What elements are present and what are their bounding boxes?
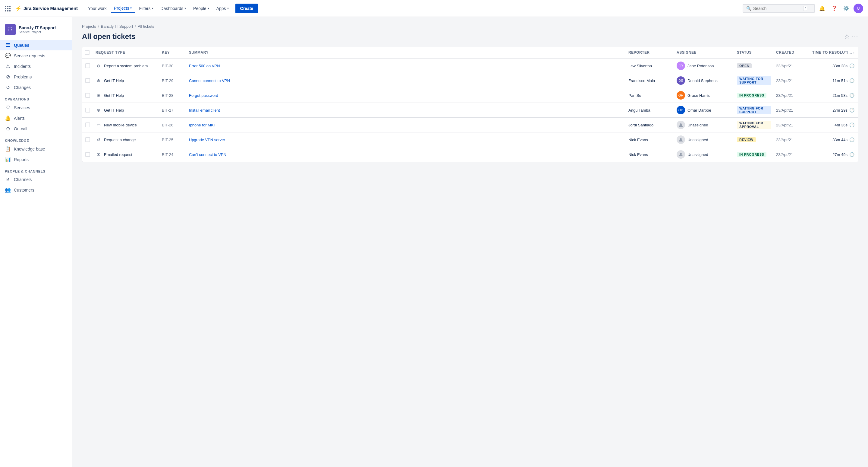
summary-cell[interactable]: Forgot password xyxy=(187,93,626,98)
summary-link[interactable]: Forgot password xyxy=(189,93,218,98)
sidebar-item-knowledge-base[interactable]: 📋 Knowledge base xyxy=(0,144,72,154)
summary-cell[interactable]: Error 500 on VPN xyxy=(187,64,626,68)
table-row[interactable]: ✉ Emailed request BIT-24 Can't connect t… xyxy=(82,147,858,162)
row-checkbox[interactable] xyxy=(85,152,90,157)
page-title-row: All open tickets ☆ ··· xyxy=(82,32,858,41)
app-switcher-button[interactable] xyxy=(5,6,10,11)
summary-cell[interactable]: Can't connect to VPN xyxy=(187,152,626,157)
sidebar-item-customers[interactable]: 👥 Customers xyxy=(0,185,72,195)
reporter-cell: Jordi Santiago xyxy=(626,123,674,127)
sidebar-item-incidents[interactable]: ⚠ Incidents xyxy=(0,61,72,71)
clock-icon: 🕐 xyxy=(849,108,855,113)
more-options-button[interactable]: ··· xyxy=(852,33,858,40)
time-cell: 33m 28s 🕐 xyxy=(810,63,858,68)
operations-section-label: OPERATIONS xyxy=(0,93,72,102)
header-summary: Summary xyxy=(187,50,626,55)
table-row[interactable]: ⊕ Get IT Help BIT-29 Cannot connect to V… xyxy=(82,73,858,88)
sidebar-label-knowledge-base: Knowledge base xyxy=(14,147,45,151)
nav-dashboards[interactable]: Dashboards ▾ xyxy=(158,4,189,13)
row-checkbox[interactable] xyxy=(85,78,90,83)
status-cell: WAITING FOR APPROVAL xyxy=(735,121,774,129)
nav-apps[interactable]: Apps ▾ xyxy=(213,4,232,13)
assignee-name: Omar Darboe xyxy=(687,108,711,113)
table-row[interactable]: ↺ Request a change BIT-25 Upgrade VPN se… xyxy=(82,133,858,147)
key-cell: BIT-30 xyxy=(159,64,187,68)
created-cell: 23/Apr/21 xyxy=(774,138,810,142)
row-checkbox[interactable] xyxy=(85,108,90,113)
row-checkbox[interactable] xyxy=(85,63,90,68)
notifications-button[interactable]: 🔔 xyxy=(817,4,827,13)
select-all-checkbox[interactable] xyxy=(85,50,90,55)
sidebar-item-changes[interactable]: ↺ Changes xyxy=(0,82,72,93)
row-checkbox[interactable] xyxy=(85,93,90,98)
reporter-cell: Nick Evans xyxy=(626,138,674,142)
chevron-down-icon: ▾ xyxy=(227,7,229,10)
summary-cell[interactable]: Install email client xyxy=(187,108,626,113)
reporter-cell: Angu Tamba xyxy=(626,108,674,113)
nav-your-work[interactable]: Your work xyxy=(85,4,110,13)
table-body: ⊙ Report a system problem BIT-30 Error 5… xyxy=(82,59,858,162)
request-type-cell: ⊕ Get IT Help xyxy=(93,92,159,98)
header-checkbox xyxy=(82,50,93,55)
breadcrumb-project-name[interactable]: Banc.ly IT Support xyxy=(101,24,133,29)
summary-link[interactable]: Install email client xyxy=(189,108,220,113)
breadcrumb-separator: / xyxy=(135,24,136,29)
nav-people[interactable]: People ▾ xyxy=(190,4,212,13)
clock-icon: 🕐 xyxy=(849,63,855,68)
created-cell: 23/Apr/21 xyxy=(774,79,810,83)
reporter-cell: Nick Evans xyxy=(626,152,674,157)
settings-button[interactable]: ⚙️ xyxy=(841,4,851,13)
status-cell: IN PROGRESS xyxy=(735,152,774,157)
status-badge: WAITING FOR APPROVAL xyxy=(737,121,771,129)
alerts-icon: 🔔 xyxy=(5,115,11,121)
table-row[interactable]: ⊕ Get IT Help BIT-28 Forgot password Pan… xyxy=(82,88,858,103)
sidebar-item-service-requests[interactable]: 💬 Service requests xyxy=(0,50,72,61)
search-box[interactable]: 🔍 / xyxy=(743,4,815,13)
request-type-cell: ↺ Request a change xyxy=(93,137,159,143)
row-checkbox[interactable] xyxy=(85,122,90,127)
time-cell: 11m 51s 🕐 xyxy=(810,78,858,83)
assignee-cell: Unassigned xyxy=(674,136,735,144)
sidebar-item-queues[interactable]: ☰ Queues xyxy=(0,40,72,50)
assignee-cell: GH Grace Harris xyxy=(674,91,735,99)
assignee-avatar: GH xyxy=(677,91,685,99)
table-row[interactable]: ⊙ Report a system problem BIT-30 Error 5… xyxy=(82,59,858,73)
page-title: All open tickets xyxy=(82,32,135,41)
table-row[interactable]: ⊕ Get IT Help BIT-27 Install email clien… xyxy=(82,103,858,118)
breadcrumb-projects[interactable]: Projects xyxy=(82,24,96,29)
nav-projects[interactable]: Projects ▾ xyxy=(111,4,135,13)
sidebar-item-oncall[interactable]: ⊙ On-call xyxy=(0,123,72,134)
status-cell: REVIEW xyxy=(735,137,774,142)
nav-filters[interactable]: Filters ▾ xyxy=(136,4,156,13)
sidebar-item-channels[interactable]: 🖥 Channels xyxy=(0,174,72,185)
clock-icon: 🕐 xyxy=(849,122,855,127)
summary-link[interactable]: Cannot connect to VPN xyxy=(189,79,230,83)
breadcrumb-current: All tickets xyxy=(138,24,154,29)
sidebar-label-channels: Channels xyxy=(14,177,32,182)
help-button[interactable]: ❓ xyxy=(830,4,839,13)
summary-link[interactable]: Can't connect to VPN xyxy=(189,152,226,157)
header-status: Status xyxy=(735,50,774,55)
summary-cell[interactable]: Upgrade VPN server xyxy=(187,138,626,142)
sidebar-item-alerts[interactable]: 🔔 Alerts xyxy=(0,113,72,123)
sidebar-item-services[interactable]: ♡ Services xyxy=(0,102,72,113)
key-cell: BIT-25 xyxy=(159,138,187,142)
user-avatar[interactable]: U xyxy=(854,4,863,13)
header-request-type: Request Type xyxy=(93,50,159,55)
sidebar-item-problems[interactable]: ⊘ Problems xyxy=(0,71,72,82)
row-checkbox[interactable] xyxy=(85,137,90,142)
search-input[interactable] xyxy=(753,6,801,11)
summary-link[interactable]: Error 500 on VPN xyxy=(189,64,220,68)
time-cell: 27m 29s 🕐 xyxy=(810,108,858,113)
create-button[interactable]: Create xyxy=(236,4,258,13)
table-row[interactable]: ▭ New mobile device BIT-26 Iphone for MK… xyxy=(82,118,858,133)
star-button[interactable]: ☆ xyxy=(844,33,849,40)
header-time-to-resolution[interactable]: Time to resoluti... ↑ xyxy=(810,50,858,55)
summary-link[interactable]: Iphone for MKT xyxy=(189,123,216,127)
sidebar-item-reports[interactable]: 📊 Reports xyxy=(0,154,72,165)
created-cell: 23/Apr/21 xyxy=(774,64,810,68)
summary-cell[interactable]: Iphone for MKT xyxy=(187,123,626,127)
logo[interactable]: ⚡ Jira Service Management xyxy=(15,5,78,12)
summary-cell[interactable]: Cannot connect to VPN xyxy=(187,79,626,83)
summary-link[interactable]: Upgrade VPN server xyxy=(189,138,225,142)
